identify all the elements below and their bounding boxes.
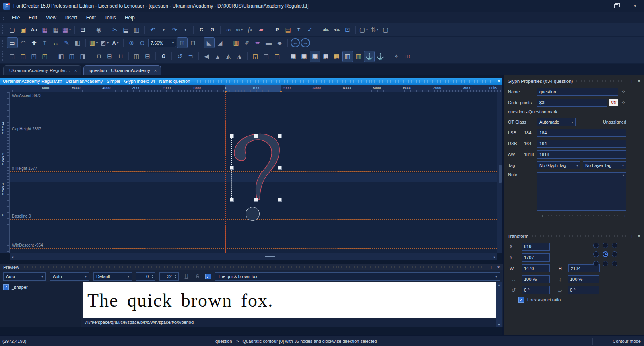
lock-metrics-button[interactable]: ▦	[332, 51, 342, 62]
shaper-list-item[interactable]: ✓ _shaper	[3, 284, 78, 290]
find-button[interactable]: ◉	[94, 25, 104, 35]
align-left-button[interactable]: ◧	[56, 51, 66, 62]
print-button[interactable]: ⊟	[78, 25, 88, 35]
zoom-level-combo[interactable]: 7,66%	[148, 39, 176, 47]
horizontal-ruler[interactable]: -6000-5000-4000-3000-2000-10000100020003…	[10, 85, 503, 92]
background-image-button[interactable]: ▦	[89, 38, 99, 48]
center-horizontal-button[interactable]: ◫	[132, 51, 142, 62]
rotate-cw-button[interactable]: ◮	[234, 51, 244, 62]
fill-mode-button[interactable]: ◩	[99, 38, 109, 48]
scale-height-input[interactable]: 100 %	[568, 275, 599, 283]
save-button[interactable]: ▦	[40, 25, 50, 35]
scroll-up-icon[interactable]: ▴	[498, 283, 500, 287]
metric-guide-line[interactable]: WinDescent -954	[10, 248, 497, 249]
autoname-button[interactable]: abc	[321, 25, 331, 35]
fill-tool-button[interactable]: ◧	[72, 38, 83, 48]
otclass-dropdown[interactable]: Automatic	[537, 118, 576, 126]
cut-button[interactable]: ✂	[110, 25, 120, 35]
selection-handle[interactable]	[230, 134, 234, 138]
transform-wizard-button[interactable]: T	[294, 25, 304, 35]
scroll-down-icon[interactable]: ▾	[498, 323, 500, 327]
align-top-button[interactable]: ⊓	[94, 51, 104, 62]
preview-text-input[interactable]: The quick brown fox.	[215, 272, 500, 281]
upload-button[interactable]: ⊡	[343, 25, 353, 35]
nodes-mode-button[interactable]: ✧	[391, 51, 401, 62]
rotate-dialog-button[interactable]: ↺	[175, 51, 185, 62]
brush-tool-button[interactable]: ✐	[242, 38, 252, 48]
preview-script-dropdown[interactable]: Auto	[50, 272, 89, 281]
scroll-right-icon[interactable]: ▸	[494, 255, 496, 259]
scrollbar-thumb[interactable]	[499, 165, 502, 183]
forward-button[interactable]: →	[301, 38, 310, 47]
overview-button[interactable]: ▢	[380, 25, 390, 35]
tab-close-icon[interactable]: ×	[154, 68, 157, 73]
note-scroll-up-icon[interactable]: ▲	[622, 173, 625, 177]
origin-radio[interactable]	[593, 261, 599, 266]
new-font-button[interactable]: ▢	[7, 25, 17, 35]
skew-input[interactable]: 0 °	[568, 286, 599, 294]
scale-width-input[interactable]: 100 %	[522, 275, 550, 283]
lock-guidelines-button[interactable]: ▥	[353, 51, 363, 62]
flip-vertical-button[interactable]: ▲	[213, 51, 223, 62]
close-button[interactable]: ×	[625, 0, 644, 12]
origin-radio[interactable]	[593, 251, 599, 257]
x-input[interactable]: 919	[522, 243, 550, 251]
flip-horizontal-button[interactable]: ◀	[202, 51, 212, 62]
letter-spacing-spinner[interactable]: 0 ▴▾	[136, 272, 155, 281]
origin-radio[interactable]	[612, 261, 617, 266]
preview-render-area[interactable]: The quick brown fox.	[83, 282, 496, 318]
menu-view[interactable]: View	[41, 12, 61, 23]
selection-handle[interactable]	[278, 134, 282, 138]
glyph-program-button[interactable]: P	[272, 25, 282, 35]
menu-tools[interactable]: Tools	[100, 12, 120, 23]
preview-font-dropdown[interactable]: Auto	[3, 272, 46, 281]
open-installed-button[interactable]: Aa	[29, 25, 39, 35]
redo-button[interactable]: ↷	[169, 25, 180, 35]
tab-glyph-question[interactable]: question - UkrainianAcademy ×	[83, 65, 161, 75]
paste-button[interactable]: ▥	[132, 25, 142, 35]
width-input[interactable]: 1470	[522, 264, 550, 272]
close-panel-icon[interactable]: ×	[638, 78, 640, 84]
selection-handle[interactable]	[254, 198, 258, 202]
bring-forward-button[interactable]: ◱	[7, 51, 17, 62]
center-glyph-button[interactable]: G	[159, 51, 169, 62]
contour-tool-button[interactable]: ◣	[204, 38, 214, 48]
selection-handle[interactable]	[254, 134, 258, 138]
sort-button[interactable]: ⇅	[369, 25, 380, 35]
note-input[interactable]: ▲	[537, 172, 626, 211]
erase-button[interactable]: ▰	[256, 25, 266, 35]
menu-edit[interactable]: Edit	[24, 12, 41, 23]
show-anchors-button[interactable]: ⚓	[364, 51, 374, 62]
show-guidelines-button[interactable]: ▥	[343, 51, 353, 62]
align-middle-button[interactable]: ⊟	[105, 51, 115, 62]
lock-anchors-button[interactable]: ⚓	[375, 51, 385, 62]
center-vertical-button[interactable]: ⊟	[142, 51, 153, 62]
union-button[interactable]: ◱	[250, 51, 260, 62]
point-contour-tool-button[interactable]: ◢	[215, 38, 225, 48]
pin-icon[interactable]: ⊥	[489, 264, 493, 270]
validate-button[interactable]: ✓	[305, 25, 315, 35]
menu-font[interactable]: Font	[82, 12, 100, 23]
zoom-in-button[interactable]: ⊕	[126, 38, 136, 48]
origin-radio[interactable]	[603, 243, 608, 248]
bring-front-button[interactable]: ◰	[29, 51, 39, 62]
send-backward-button[interactable]: ◲	[18, 51, 28, 62]
ellipse-tool-button[interactable]: ●	[272, 38, 287, 48]
scroll-right-icon[interactable]: ▸	[625, 214, 626, 218]
web-autoname-button[interactable]: abc	[332, 25, 342, 35]
metric-guide-line[interactable]: WinAscent 3973	[10, 99, 497, 99]
text-tool-button[interactable]: T	[40, 38, 50, 48]
tab-font-overview[interactable]: UkrainianAcademy-Regular.ttf ×	[3, 65, 81, 75]
align-bottom-button[interactable]: ⊔	[116, 51, 126, 62]
origin-radio[interactable]	[612, 243, 617, 248]
select-tool-button[interactable]: ▭	[7, 38, 17, 48]
skew-dialog-button[interactable]: ⊐	[186, 51, 196, 62]
preview-kerning-checkbox[interactable]: ✓	[205, 274, 211, 279]
preview-features-dropdown[interactable]: Default	[93, 272, 132, 281]
restore-button[interactable]	[607, 0, 625, 12]
menu-help[interactable]: Help	[120, 12, 139, 23]
minimize-button[interactable]: —	[588, 0, 607, 12]
exclusion-button[interactable]: ◰	[272, 51, 282, 62]
menu-insert[interactable]: Insert	[61, 12, 82, 23]
save-as-button[interactable]: ▦	[62, 25, 72, 35]
